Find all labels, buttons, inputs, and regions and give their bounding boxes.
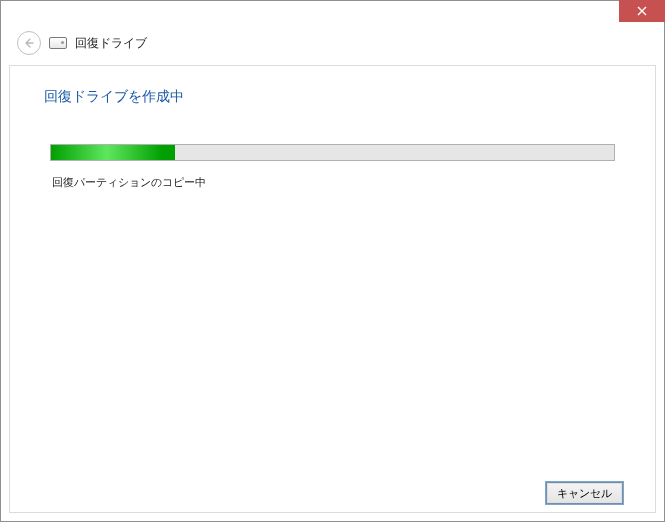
progress-fill xyxy=(51,145,175,160)
drive-icon xyxy=(49,37,67,49)
wizard-title: 回復ドライブ xyxy=(75,35,147,52)
cancel-button[interactable]: キャンセル xyxy=(546,482,623,504)
progress-status-text: 回復パーティションのコピー中 xyxy=(50,175,615,190)
recovery-drive-wizard-window: 回復ドライブ 回復ドライブを作成中 回復パーティションのコピー中 キャンセル xyxy=(0,0,665,522)
back-arrow-icon xyxy=(23,37,35,49)
close-icon xyxy=(637,6,647,16)
close-button[interactable] xyxy=(619,0,665,22)
back-button xyxy=(17,31,41,55)
content-area: 回復ドライブを作成中 回復パーティションのコピー中 キャンセル xyxy=(9,65,656,513)
progress-bar xyxy=(50,144,615,161)
page-heading: 回復ドライブを作成中 xyxy=(42,88,623,106)
wizard-header: 回復ドライブ xyxy=(1,31,664,65)
titlebar xyxy=(1,1,664,31)
footer: キャンセル xyxy=(42,474,623,504)
progress-section: 回復パーティションのコピー中 xyxy=(42,144,623,190)
